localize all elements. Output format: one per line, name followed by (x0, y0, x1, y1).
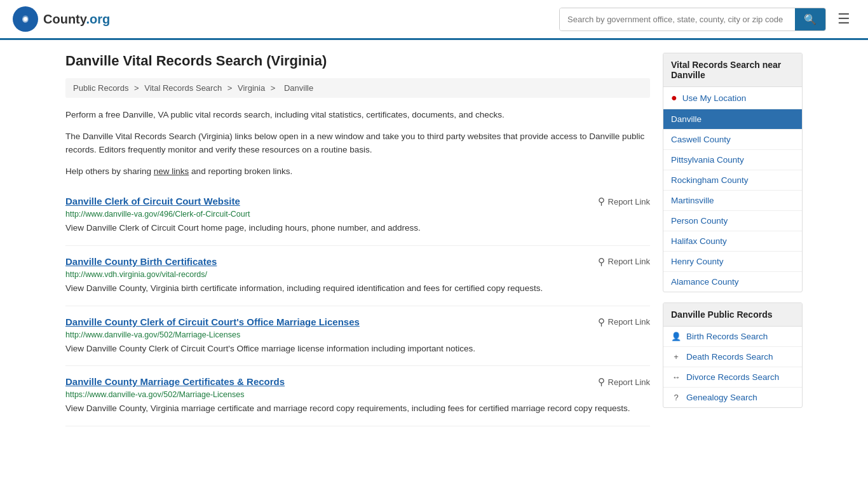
nearby-link-0[interactable]: Danville (671, 114, 702, 124)
search-input[interactable] (560, 8, 795, 30)
nearby-link-5[interactable]: Person County (671, 216, 728, 226)
report-link-3[interactable]: ⚲ Report Link (598, 376, 650, 388)
result-item: Danville County Marriage Certificates & … (65, 366, 650, 426)
intro-para1: Perform a free Danville, VA public vital… (65, 108, 650, 122)
breadcrumb-danville: Danville (284, 83, 313, 93)
public-record-item-1[interactable]: +Death Records Search (663, 347, 802, 367)
result-url-3[interactable]: https://www.danville-va.gov/502/Marriage… (65, 390, 650, 399)
result-desc-1: View Danville County, Virginia birth cer… (65, 281, 650, 295)
report-label-0: Report Link (608, 197, 650, 207)
use-location-link[interactable]: Use My Location (682, 93, 747, 103)
result-desc-0: View Danville Clerk of Circuit Court hom… (65, 221, 650, 235)
report-link-2[interactable]: ⚲ Report Link (598, 316, 650, 328)
breadcrumb-public-records[interactable]: Public Records (73, 83, 128, 93)
page-title: Danville Vital Records Search (Virginia) (65, 53, 650, 69)
nearby-link-6[interactable]: Halifax County (671, 236, 727, 246)
nearby-link-4[interactable]: Martinsville (671, 196, 714, 205)
logo-text: County.org (43, 12, 110, 27)
result-desc-2: View Danville County Clerk of Circuit Co… (65, 342, 650, 356)
nearby-item-8[interactable]: Alamance County (663, 272, 802, 292)
search-bar[interactable]: 🔍 (559, 8, 826, 31)
nearby-link-2[interactable]: Pittsylvania County (671, 155, 744, 165)
public-records-items: 👤Birth Records Search+Death Records Sear… (663, 327, 802, 407)
pr-icon-2: ↔ (671, 372, 681, 382)
pr-link-3[interactable]: Genealogy Search (686, 393, 757, 402)
nearby-item-6[interactable]: Halifax County (663, 231, 802, 252)
intro-para3: Help others by sharing new links and rep… (65, 165, 650, 179)
nearby-link-8[interactable]: Alamance County (671, 277, 739, 287)
use-my-location[interactable]: ● Use My Location (663, 87, 802, 109)
content-area: Danville Vital Records Search (Virginia)… (65, 53, 650, 426)
public-record-item-3[interactable]: ?Genealogy Search (663, 388, 802, 407)
new-links-link[interactable]: new links (154, 166, 189, 176)
nearby-item-7[interactable]: Henry County (663, 252, 802, 272)
report-label-1: Report Link (608, 257, 650, 266)
nearby-item-2[interactable]: Pittsylvania County (663, 150, 802, 170)
pr-link-1[interactable]: Death Records Search (686, 352, 773, 362)
sidebar: Vital Records Search near Danville ● Use… (663, 53, 803, 426)
nearby-link-3[interactable]: Rockingham County (671, 175, 749, 185)
nearby-items: DanvilleCaswell CountyPittsylvania Count… (663, 109, 802, 292)
pr-icon-0: 👤 (671, 332, 681, 341)
hamburger-menu[interactable]: ☰ (832, 8, 855, 30)
nearby-item-1[interactable]: Caswell County (663, 130, 802, 150)
result-url-0[interactable]: http://www.danville-va.gov/496/Clerk-of-… (65, 210, 650, 219)
result-item: Danville Clerk of Circuit Court Website … (65, 186, 650, 246)
report-label-2: Report Link (608, 317, 650, 327)
intro-para2: The Danville Vital Records Search (Virgi… (65, 130, 650, 157)
result-title-1[interactable]: Danville County Birth Certificates (65, 256, 217, 267)
pr-link-0[interactable]: Birth Records Search (686, 332, 768, 341)
public-record-item-0[interactable]: 👤Birth Records Search (663, 327, 802, 347)
report-label-3: Report Link (608, 377, 650, 387)
result-title-0[interactable]: Danville Clerk of Circuit Court Website (65, 196, 240, 207)
results-container: Danville Clerk of Circuit Court Website … (65, 186, 650, 426)
report-icon-0: ⚲ (598, 196, 605, 207)
nearby-item-0[interactable]: Danville (663, 109, 802, 130)
location-icon: ● (671, 92, 677, 104)
report-link-1[interactable]: ⚲ Report Link (598, 256, 650, 268)
pr-link-2[interactable]: Divorce Records Search (686, 372, 779, 382)
public-record-item-2[interactable]: ↔Divorce Records Search (663, 367, 802, 388)
pr-icon-3: ? (671, 393, 681, 402)
nearby-item-3[interactable]: Rockingham County (663, 170, 802, 191)
public-records-section: Danville Public Records 👤Birth Records S… (663, 302, 803, 408)
breadcrumb: Public Records > Vital Records Search > … (65, 78, 650, 98)
header-right: 🔍 ☰ (559, 8, 855, 31)
result-desc-3: View Danville County, Virginia marriage … (65, 402, 650, 416)
nearby-item-5[interactable]: Person County (663, 211, 802, 231)
result-item: Danville County Birth Certificates ⚲ Rep… (65, 246, 650, 306)
nearby-link-7[interactable]: Henry County (671, 257, 724, 266)
search-button[interactable]: 🔍 (795, 8, 825, 30)
result-title-2[interactable]: Danville County Clerk of Circuit Court's… (65, 316, 360, 327)
nearby-section: Vital Records Search near Danville ● Use… (663, 53, 803, 292)
result-url-2[interactable]: http://www.danville-va.gov/502/Marriage-… (65, 330, 650, 339)
svg-point-1 (24, 17, 27, 21)
nearby-item-4[interactable]: Martinsville (663, 191, 802, 211)
nearby-link-1[interactable]: Caswell County (671, 135, 731, 144)
result-item: Danville County Clerk of Circuit Court's… (65, 306, 650, 367)
report-link-0[interactable]: ⚲ Report Link (598, 196, 650, 207)
pr-icon-1: + (671, 352, 681, 362)
result-url-1[interactable]: http://www.vdh.virginia.gov/vital-record… (65, 270, 650, 279)
breadcrumb-virginia[interactable]: Virginia (238, 83, 265, 93)
nearby-header: Vital Records Search near Danville (663, 53, 802, 87)
logo-icon (13, 6, 38, 32)
result-title-3[interactable]: Danville County Marriage Certificates & … (65, 376, 285, 387)
public-records-header: Danville Public Records (663, 303, 802, 327)
report-icon-1: ⚲ (598, 256, 605, 268)
report-icon-2: ⚲ (598, 316, 605, 328)
breadcrumb-vital-records[interactable]: Vital Records Search (144, 83, 222, 93)
report-icon-3: ⚲ (598, 376, 605, 388)
logo[interactable]: County.org (13, 6, 110, 32)
